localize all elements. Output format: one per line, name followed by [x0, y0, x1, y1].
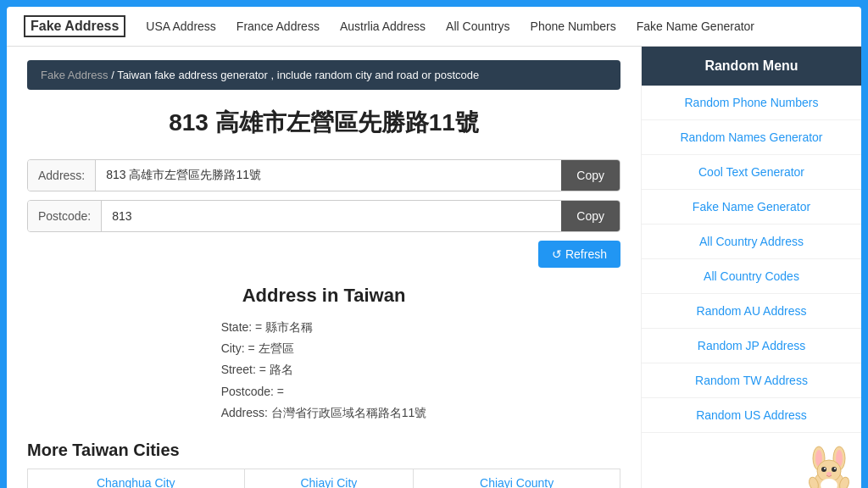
detail-line-street: Street: = 路名 — [221, 359, 427, 380]
address-detail-lines: State: = 縣市名稱 City: = 左營區 Street: = 路名 P… — [221, 317, 427, 424]
sidebar-all-country-address[interactable]: All Country Address — [642, 225, 861, 259]
postcode-input-row: Postcode: Copy — [27, 200, 620, 232]
detail-line-city: City: = 左營區 — [221, 338, 427, 359]
address-copy-button[interactable]: Copy — [561, 160, 620, 191]
more-cities-section: More Taiwan Cities Changhua City Chiayi … — [27, 441, 620, 488]
address-detail-section: Address in Taiwan State: = 縣市名稱 City: = … — [27, 285, 620, 424]
breadcrumb: Fake Address / Taiwan fake address gener… — [27, 60, 620, 90]
address-detail-title: Address in Taiwan — [27, 285, 620, 307]
postcode-label: Postcode: — [28, 201, 102, 231]
main-address-display: 813 高雄市左營區先勝路11號 — [27, 107, 620, 139]
detail-line-postcode: Postcode: = — [221, 381, 427, 402]
city-chiayi[interactable]: Chiayi City — [244, 469, 414, 488]
breadcrumb-current: Taiwan fake address generator , include … — [117, 69, 479, 81]
svg-point-10 — [826, 472, 832, 475]
sidebar-random-au-address[interactable]: Random AU Address — [642, 294, 861, 329]
sidebar: Random Menu Random Phone Numbers Random … — [641, 47, 861, 488]
sidebar-random-names-generator[interactable]: Random Names Generator — [642, 120, 861, 155]
svg-point-9 — [834, 468, 836, 469]
sidebar-title: Random Menu — [642, 47, 861, 86]
nav-usa-address[interactable]: USA Address — [146, 19, 216, 33]
address-input-row: Address: Copy — [27, 159, 620, 191]
sidebar-random-tw-address[interactable]: Random TW Address — [642, 363, 861, 398]
brand-logo[interactable]: Fake Address — [24, 15, 125, 37]
address-input[interactable] — [96, 160, 561, 191]
detail-line-address: Address: 台灣省行政區域名稱路名11號 — [221, 402, 427, 424]
svg-point-8 — [824, 468, 826, 469]
refresh-button[interactable]: ↺ Refresh — [538, 241, 620, 268]
breadcrumb-home[interactable]: Fake Address — [41, 69, 108, 81]
postcode-copy-button[interactable]: Copy — [561, 201, 620, 231]
nav-france-address[interactable]: France Address — [236, 19, 320, 33]
city-changhua[interactable]: Changhua City — [28, 469, 245, 488]
svg-point-7 — [832, 467, 837, 472]
nav-all-countrys[interactable]: All Countrys — [446, 19, 509, 33]
nav-fake-name-generator[interactable]: Fake Name Generator — [637, 19, 754, 33]
detail-line-state: State: = 縣市名稱 — [221, 317, 427, 338]
more-cities-title: More Taiwan Cities — [27, 441, 620, 460]
sidebar-all-country-codes[interactable]: All Country Codes — [642, 259, 861, 294]
sidebar-random-phone-numbers[interactable]: Random Phone Numbers — [642, 86, 861, 120]
nav-austrlia-address[interactable]: Austrlia Address — [340, 19, 426, 33]
refresh-row: ↺ Refresh — [27, 241, 620, 268]
sidebar-random-us-address[interactable]: Random US Address — [642, 398, 861, 433]
sidebar-cool-text-generator[interactable]: Cool Text Generator — [642, 155, 861, 190]
address-label: Address: — [28, 160, 96, 191]
svg-point-6 — [821, 467, 826, 472]
cities-table: Changhua City Chiayi City Chiayi County — [27, 469, 620, 488]
rabbit-mascot-icon — [804, 443, 854, 488]
sidebar-random-jp-address[interactable]: Random JP Address — [642, 329, 861, 363]
sidebar-fake-name-generator[interactable]: Fake Name Generator — [642, 190, 861, 225]
navigation: Fake Address USA Address France Address … — [7, 7, 861, 47]
nav-phone-numbers[interactable]: Phone Numbers — [531, 19, 616, 33]
postcode-input[interactable] — [102, 201, 561, 231]
city-chiayi-county[interactable]: Chiayi County — [414, 469, 620, 488]
breadcrumb-separator: / — [111, 69, 114, 81]
